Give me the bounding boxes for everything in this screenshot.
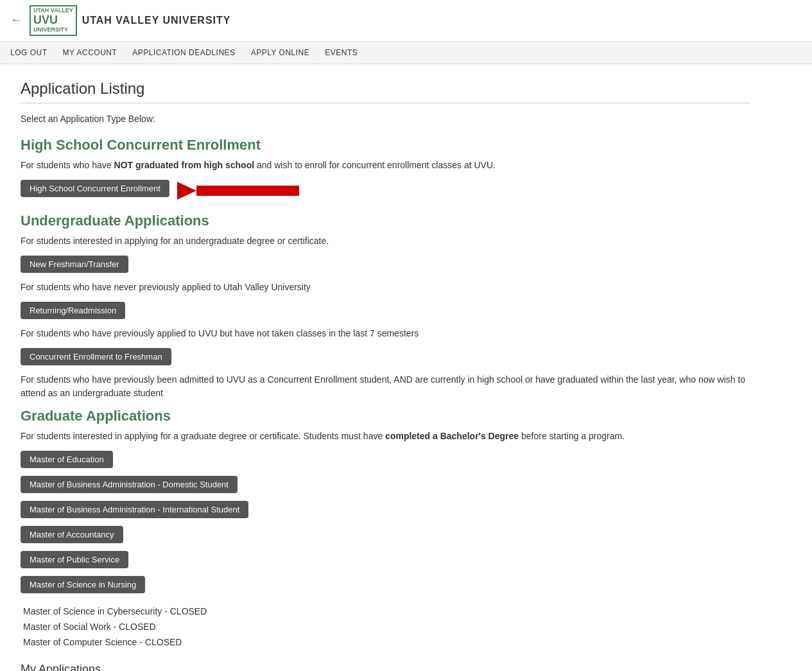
logo: UTAH VALLEY UVU UNIVERSITY [30,5,77,36]
mba-international-btn[interactable]: Master of Business Administration - Inte… [21,501,248,518]
master-of-accountancy-btn[interactable]: Master of Accountancy [21,526,123,543]
high-school-button-row: High School Concurrent Enrollment [21,180,750,202]
high-school-desc: For students who have NOT graduated from… [21,159,750,172]
undergrad-desc: For students interested in applying for … [21,234,750,248]
grad-desc-bold: completed a Bachelor's Degree [385,431,519,441]
nav-apply-online[interactable]: APPLY ONLINE [251,42,310,64]
nav-events[interactable]: EVENTS [325,42,358,64]
hs-desc-pre: For students who have [21,160,114,170]
concurrent-enrollment-freshman-desc: For students who have previously been ad… [21,373,750,400]
graduate-desc: For students interested in applying for … [21,430,750,443]
high-school-heading: High School Concurrent Enrollment [21,137,750,153]
hs-desc-post: and wish to enroll for concurrent enroll… [254,160,496,170]
logo-sub2-text: UNIVERSITY [33,27,73,33]
nav-logout[interactable]: LOG OUT [10,42,48,64]
nav-app-deadlines[interactable]: APPLICATION DEADLINES [132,42,235,64]
red-arrow-annotation [177,182,299,200]
closed-computer-science: Master of Computer Science - CLOSED [21,637,750,647]
undergrad-item-readmission: Returning/Readmission For students who h… [21,302,750,340]
back-button[interactable]: ← [10,13,22,27]
select-label: Select an Application Type Below: [21,114,750,124]
undergrad-item-concurrent: Concurrent Enrollment to Freshman For st… [21,348,750,400]
main-content: Application Listing Select an Applicatio… [0,64,770,671]
university-name: UTAH VALLEY UNIVERSITY [82,15,231,26]
undergrad-heading: Undergraduate Applications [21,213,750,229]
header: ← UTAH VALLEY UVU UNIVERSITY UTAH VALLEY… [0,0,812,42]
returning-readmission-btn[interactable]: Returning/Readmission [21,302,125,319]
my-applications-heading: My Applications [21,663,750,671]
undergrad-item-freshman: New Freshman/Transfer For students who h… [21,256,750,294]
high-school-btn[interactable]: High School Concurrent Enrollment [21,180,169,197]
hs-desc-bold: NOT graduated from high school [114,160,255,170]
new-freshman-transfer-btn[interactable]: New Freshman/Transfer [21,256,128,273]
master-of-public-service-btn[interactable]: Master of Public Service [21,551,128,568]
title-divider [21,103,750,103]
page-title: Application Listing [21,80,750,98]
graduate-heading: Graduate Applications [21,408,750,424]
nav-bar: LOG OUT MY ACCOUNT APPLICATION DEADLINES… [0,42,812,64]
master-of-science-nursing-btn[interactable]: Master of Science in Nursing [21,576,145,593]
closed-cybersecurity: Master of Science in Cybersecurity - CLO… [21,606,750,616]
concurrent-enrollment-freshman-btn[interactable]: Concurrent Enrollment to Freshman [21,348,171,365]
grad-desc-post: before starting a program. [519,431,625,441]
closed-social-work: Master of Social Work - CLOSED [21,622,750,632]
master-of-education-btn[interactable]: Master of Education [21,451,113,468]
grad-desc-pre: For students interested in applying for … [21,431,385,441]
graduate-buttons: Master of Education Master of Business A… [21,451,750,598]
new-freshman-desc: For students who have never previously a… [21,281,750,294]
returning-readmission-desc: For students who have previously applied… [21,327,750,340]
nav-my-account[interactable]: MY ACCOUNT [63,42,117,64]
mba-domestic-btn[interactable]: Master of Business Administration - Dome… [21,476,238,493]
logo-main-text: UVU [33,14,73,27]
